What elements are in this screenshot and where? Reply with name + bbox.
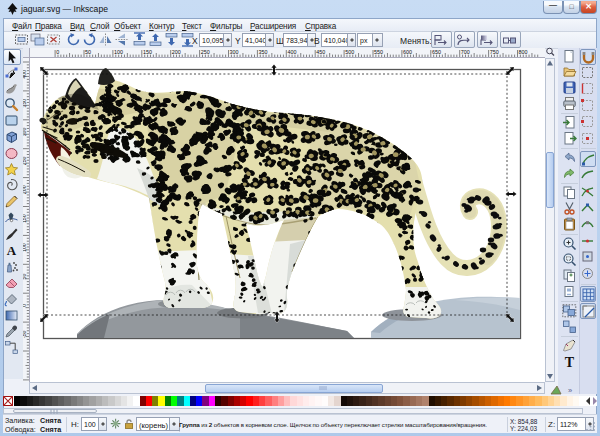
- svg-text:350: 350: [259, 49, 268, 55]
- svg-text:»: »: [568, 386, 572, 395]
- svg-text:700: 700: [461, 49, 470, 55]
- svg-text:200: 200: [23, 185, 27, 194]
- svg-text:100: 100: [23, 243, 27, 252]
- svg-text:100: 100: [114, 49, 123, 55]
- svg-text:750: 750: [490, 49, 499, 55]
- svg-text:650: 650: [432, 49, 441, 55]
- svg-text:400: 400: [23, 70, 27, 79]
- svg-text:500: 500: [345, 49, 354, 55]
- svg-text:250: 250: [23, 156, 27, 165]
- svg-text:50: 50: [23, 274, 27, 280]
- svg-text:-50: -50: [23, 330, 27, 338]
- svg-text:250: 250: [201, 49, 210, 55]
- svg-text:0: 0: [56, 49, 59, 55]
- svg-text:200: 200: [172, 49, 181, 55]
- svg-text:150: 150: [23, 214, 27, 223]
- svg-text:T: T: [565, 355, 575, 370]
- svg-text:450: 450: [316, 49, 325, 55]
- svg-text:400: 400: [287, 49, 296, 55]
- svg-text:300: 300: [230, 49, 239, 55]
- svg-text:A: A: [7, 243, 17, 258]
- svg-text:800: 800: [519, 49, 528, 55]
- svg-text:600: 600: [403, 49, 412, 55]
- svg-text:150: 150: [143, 49, 152, 55]
- svg-text:300: 300: [23, 128, 27, 137]
- svg-text:350: 350: [23, 99, 27, 108]
- svg-text:550: 550: [374, 49, 383, 55]
- svg-text:0: 0: [23, 304, 27, 307]
- svg-text:50: 50: [85, 49, 91, 55]
